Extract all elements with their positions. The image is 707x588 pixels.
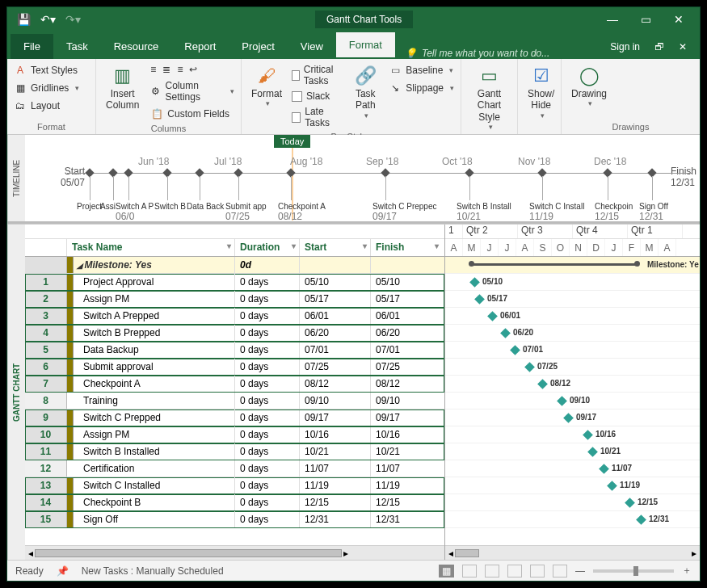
table-row[interactable]: 9Switch C Prepped0 days09/1709/17 [25,410,444,426]
row-number[interactable]: 4 [25,325,67,341]
chart-row[interactable]: 05/10 [445,274,700,291]
cell-start[interactable]: 09/17 [300,410,371,426]
cell-finish[interactable]: 05/10 [371,274,442,290]
chart-row[interactable]: 06/20 [445,325,700,342]
format-bar-button[interactable]: 🖌Format [246,62,287,110]
view-icon-1[interactable] [462,565,477,578]
cell-start[interactable]: 10/21 [300,443,371,460]
gridlines-button[interactable]: ▦Gridlines [12,80,81,96]
cell-task-name[interactable]: Checkpoint A [74,376,235,392]
row-number[interactable]: 3 [25,308,67,324]
cell-task-name[interactable]: Assign PM [74,291,235,307]
cell-start[interactable]: 06/01 [300,308,371,324]
cell-duration[interactable]: 0 days [235,511,300,527]
cell-start[interactable]: 12/15 [300,494,371,510]
tell-me-input[interactable]: 💡Tell me what you want to do... [395,48,597,59]
cell-task-name[interactable]: Checkpoint B [74,494,235,510]
cell-duration[interactable]: 0 days [235,308,300,324]
cell-task-name[interactable]: Submit approval [74,359,235,375]
restore-ribbon-icon[interactable]: 🗗 [654,41,664,52]
cell-start[interactable]: 08/12 [300,376,371,392]
scroll-left-icon[interactable]: ◂ [448,548,453,559]
chart-row[interactable]: 12/31 [445,511,700,528]
redo-icon[interactable]: ↷▾ [65,13,81,26]
chart-row[interactable]: 05/17 [445,291,700,308]
cell-start[interactable]: 11/19 [300,477,371,494]
cell-duration[interactable]: 0 days [235,342,300,358]
table-row[interactable]: 3Switch A Prepped0 days06/0106/01 [25,308,444,325]
cell-finish[interactable]: 09/17 [371,410,442,426]
gantt-chart[interactable]: 1Qtr 2Qtr 3Qtr 4Qtr 1 AMJJASONDJFMA Mile… [445,225,700,560]
view-shortcut-icon[interactable]: ▦ [439,565,454,578]
cell-start[interactable]: 10/16 [300,426,371,443]
undo-icon[interactable]: ↶▾ [40,13,56,26]
align-center-icon[interactable]: ≣ [161,62,172,77]
tab-format[interactable]: Format [336,32,395,59]
row-number[interactable]: 13 [25,477,67,494]
row-number[interactable]: 2 [25,291,67,307]
cell-duration[interactable]: 0 days [235,494,300,510]
chart-row[interactable]: 10/21 [445,443,700,460]
row-number[interactable]: 15 [25,511,67,527]
header-start[interactable]: Start▾ [300,239,371,256]
tab-view[interactable]: View [288,34,336,59]
chart-row[interactable]: 07/01 [445,342,700,359]
scroll-right-icon[interactable]: ▸ [692,548,696,559]
chart-row[interactable]: 11/07 [445,460,700,477]
cell-start[interactable]: 11/07 [300,460,371,477]
slack-checkbox[interactable]: Slack [292,89,343,103]
cell-start[interactable]: 05/17 [300,291,371,307]
row-number[interactable]: 6 [25,359,67,375]
row-number[interactable]: 1 [25,274,67,290]
cell-duration[interactable]: 0 days [235,291,300,307]
drawing-button[interactable]: ◯Drawing [566,62,612,110]
row-number[interactable]: 10 [25,426,67,443]
show-hide-button[interactable]: ☑Show/ Hide [523,62,559,122]
scroll-right-icon[interactable]: ▸ [343,548,348,559]
align-left-icon[interactable]: ≡ [149,62,158,77]
zoom-in-icon[interactable]: ＋ [682,564,692,578]
cell-duration[interactable]: 0 days [235,460,300,477]
chart-row[interactable]: 09/10 [445,393,700,410]
cell-task-name[interactable]: Sign Off [74,511,235,527]
cell-finish[interactable]: 05/17 [371,291,442,307]
late-tasks-checkbox[interactable]: Late Tasks [292,104,343,130]
cell-duration[interactable]: 0 days [235,477,300,494]
chart-row[interactable]: 10/16 [445,426,700,443]
cell-task-name[interactable]: Switch A Prepped [74,308,235,324]
sign-in-link[interactable]: Sign in [610,41,640,52]
table-row[interactable]: 1Project Approval0 days05/1005/10 [25,274,444,291]
cell-finish[interactable]: 12/31 [371,511,442,527]
cell-finish[interactable] [371,257,442,273]
cell-finish[interactable]: 08/12 [371,376,442,392]
cell-task-name[interactable]: Switch B Prepped [74,325,235,341]
row-number[interactable]: 11 [25,443,67,460]
cell-start[interactable]: 07/25 [300,359,371,375]
table-row[interactable]: 4Switch B Prepped0 days06/2006/20 [25,325,444,342]
view-icon-2[interactable] [485,565,499,578]
chart-row[interactable]: 07/25 [445,359,700,376]
baseline-button[interactable]: ▭Baseline [387,62,456,78]
table-row[interactable]: 15Sign Off0 days12/3112/31 [25,511,444,528]
cell-duration[interactable]: 0 days [235,325,300,341]
cell-duration[interactable]: 0 days [235,426,300,443]
cell-start[interactable]: 07/01 [300,342,371,358]
cell-duration[interactable]: 0 days [235,376,300,392]
row-number[interactable]: 9 [25,410,67,426]
cell-duration[interactable]: 0 days [235,393,300,409]
insert-column-button[interactable]: ▥Insert Column [101,62,144,113]
table-row[interactable]: 8Training0 days09/1009/10 [25,393,444,410]
row-number[interactable]: 7 [25,376,67,392]
cell-finish[interactable]: 07/01 [371,342,442,358]
cell-duration[interactable]: 0 days [235,443,300,460]
cell-task-name[interactable]: Switch C Installed [74,477,235,494]
scroll-left-icon[interactable]: ◂ [28,548,33,559]
cell-finish[interactable]: 10/21 [371,443,442,460]
chart-row[interactable]: 09/17 [445,410,700,426]
tab-file[interactable]: File [11,34,53,59]
align-right-icon[interactable]: ≡ [175,62,184,77]
layout-button[interactable]: 🗂Layout [12,98,61,114]
table-row[interactable]: 11Switch B Installed0 days10/2110/21 [25,443,444,460]
cell-start[interactable]: 12/31 [300,511,371,527]
view-icon-3[interactable] [507,565,522,578]
